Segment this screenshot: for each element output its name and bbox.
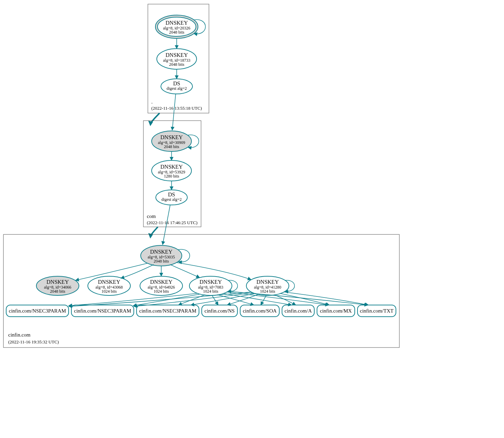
svg-text:DNSKEY: DNSKEY bbox=[166, 52, 188, 58]
node-leaf-k5: DNSKEY alg=8, id=41280 1024 bits bbox=[246, 276, 289, 295]
rr-r7: cinfin.com/MX bbox=[317, 305, 355, 317]
svg-text:DS: DS bbox=[173, 81, 180, 86]
node-root-ds: DS digest alg=2 bbox=[161, 79, 192, 94]
svg-text:2048 bits: 2048 bits bbox=[169, 62, 185, 67]
node-leaf-k2: DNSKEY alg=8, id=43068 1024 bits bbox=[88, 276, 130, 295]
rr-r3: cinfin.com/NSEC3PARAM bbox=[137, 305, 199, 317]
rr-r1: cinfin.com/NSEC3PARAM bbox=[6, 305, 69, 317]
rr-r6: cinfin.com/A bbox=[282, 305, 314, 317]
rr-r8: cinfin.com/TXT bbox=[358, 305, 396, 317]
edge-k5-r5 bbox=[261, 295, 266, 305]
zone-com: com (2022-11-16 17:46:25 UTC) DNSKEY alg… bbox=[143, 121, 201, 227]
svg-text:cinfin.com/MX: cinfin.com/MX bbox=[320, 308, 352, 314]
svg-text:1024 bits: 1024 bits bbox=[154, 289, 169, 294]
svg-text:DNSKEY: DNSKEY bbox=[150, 249, 173, 255]
svg-text:2048 bits: 2048 bits bbox=[164, 144, 179, 149]
rr-r5: cinfin.com/SOA bbox=[240, 305, 279, 317]
svg-text:DNSKEY: DNSKEY bbox=[200, 279, 222, 285]
edge-k4-r2 bbox=[133, 294, 200, 306]
svg-text:DNSKEY: DNSKEY bbox=[98, 279, 120, 285]
node-com-ksk: DNSKEY alg=8, id=30909 2048 bits bbox=[152, 131, 191, 151]
edge-ksk-k4 bbox=[170, 265, 200, 278]
dnssec-graph: . (2022-11-16 13:55:18 UTC) DNSKEY alg=8… bbox=[0, 0, 504, 438]
svg-text:1024 bits: 1024 bits bbox=[102, 289, 117, 294]
svg-text:2048 bits: 2048 bits bbox=[169, 30, 185, 35]
svg-text:1280 bits: 1280 bits bbox=[164, 174, 179, 179]
node-root-ksk: DNSKEY alg=8, id=20326 2048 bits bbox=[155, 15, 198, 38]
svg-text:cinfin.com/TXT: cinfin.com/TXT bbox=[360, 308, 394, 314]
svg-text:DNSKEY: DNSKEY bbox=[257, 279, 279, 285]
edge-ksk-k2 bbox=[121, 265, 154, 278]
zone-com-label: com bbox=[147, 214, 156, 219]
svg-text:1024 bits: 1024 bits bbox=[260, 289, 276, 294]
zone-leaf: cinfin.com (2022-11-16 19:35:32 UTC) DNS… bbox=[3, 234, 399, 348]
svg-text:DNSKEY: DNSKEY bbox=[166, 20, 188, 26]
svg-text:cinfin.com/A: cinfin.com/A bbox=[284, 308, 312, 314]
node-leaf-k1: DNSKEY alg=8, id=34066 2048 bits bbox=[36, 276, 79, 295]
edge-k4-r1 bbox=[69, 293, 197, 306]
edge-k5-r8 bbox=[284, 292, 368, 305]
node-root-zsk: DNSKEY alg=8, id=18733 2048 bits bbox=[157, 49, 197, 69]
svg-text:cinfin.com/NSEC3PARAM: cinfin.com/NSEC3PARAM bbox=[139, 308, 197, 314]
zone-com-timestamp: (2022-11-16 17:46:25 UTC) bbox=[147, 220, 198, 225]
svg-text:DS: DS bbox=[168, 192, 175, 197]
svg-text:cinfin.com/NS: cinfin.com/NS bbox=[204, 308, 235, 314]
edge-k5-r7 bbox=[280, 293, 329, 305]
svg-text:DNSKEY: DNSKEY bbox=[161, 164, 183, 170]
edge-delegation-com-leaf bbox=[148, 227, 158, 239]
svg-text:2048 bits: 2048 bits bbox=[50, 289, 66, 294]
rr-r2: cinfin.com/NSEC3PARAM bbox=[71, 305, 134, 317]
zone-root: . (2022-11-16 13:55:18 UTC) DNSKEY alg=8… bbox=[148, 4, 209, 113]
svg-text:DNSKEY: DNSKEY bbox=[150, 279, 173, 285]
node-leaf-k4: DNSKEY alg=8, id=7083 1024 bits bbox=[189, 276, 232, 295]
svg-text:DNSKEY: DNSKEY bbox=[161, 134, 183, 140]
svg-text:cinfin.com/NSEC3PARAM: cinfin.com/NSEC3PARAM bbox=[9, 308, 66, 314]
zone-root-timestamp: (2022-11-16 13:55:18 UTC) bbox=[151, 106, 202, 111]
svg-text:digest alg=2: digest alg=2 bbox=[161, 197, 181, 202]
svg-text:DNSKEY: DNSKEY bbox=[47, 279, 69, 285]
svg-text:cinfin.com/NSEC3PARAM: cinfin.com/NSEC3PARAM bbox=[74, 308, 131, 314]
zone-leaf-label: cinfin.com bbox=[8, 332, 31, 338]
node-com-ds: DS digest alg=2 bbox=[156, 190, 187, 205]
node-com-zsk: DNSKEY alg=8, id=53929 1280 bits bbox=[152, 160, 191, 181]
svg-text:cinfin.com/SOA: cinfin.com/SOA bbox=[243, 308, 277, 314]
node-leaf-ksk: DNSKEY alg=8, id=53035 2048 bits bbox=[141, 245, 182, 266]
svg-text:1024 bits: 1024 bits bbox=[203, 289, 219, 294]
svg-text:2048 bits: 2048 bits bbox=[154, 259, 169, 264]
zone-leaf-timestamp: (2022-11-16 19:35:32 UTC) bbox=[8, 339, 59, 344]
edge-root-ds-com-ksk bbox=[172, 94, 176, 130]
rr-r4: cinfin.com/NS bbox=[202, 305, 237, 317]
zone-root-label: . bbox=[151, 99, 153, 105]
node-leaf-k3: DNSKEY alg=8, id=64926 1024 bits bbox=[140, 276, 183, 295]
svg-text:digest alg=2: digest alg=2 bbox=[166, 86, 187, 91]
edge-delegation-root-com bbox=[148, 113, 160, 126]
